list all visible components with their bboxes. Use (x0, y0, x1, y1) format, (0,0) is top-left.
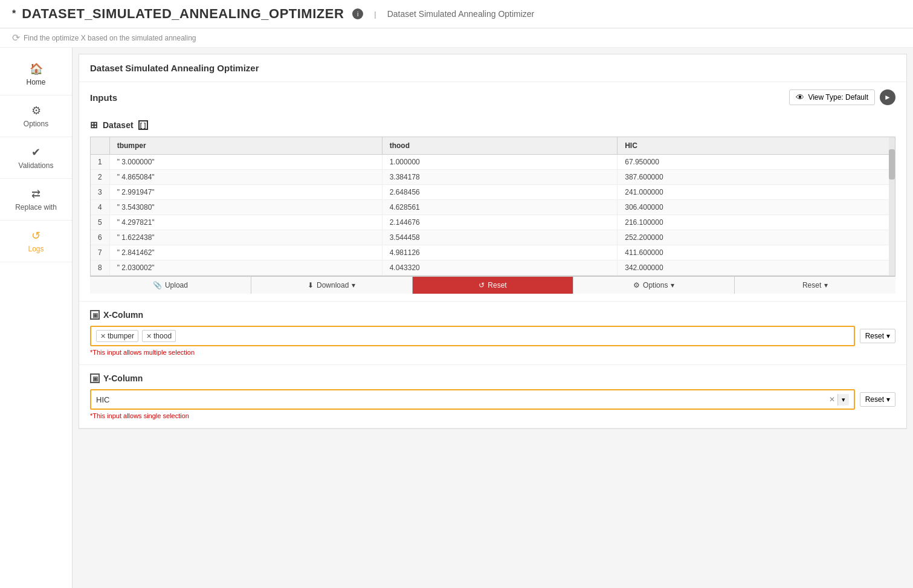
x-column-title: ▣ X-Column (90, 310, 895, 320)
reset2-label: Reset (802, 281, 821, 289)
cell-tbumper: " 1.622438" (109, 230, 382, 245)
table-row: 7 " 2.841462" 4.981126 411.600000 (91, 245, 895, 260)
tag-thood-remove[interactable]: ✕ (146, 332, 152, 340)
replace-icon: ⇄ (31, 187, 40, 201)
cell-hic: 241.000000 (618, 185, 895, 200)
row-num: 4 (91, 200, 109, 215)
x-select-row: ✕ tbumper ✕ thood Reset ▾ (90, 326, 895, 346)
tag-tbumper-label: tbumper (108, 332, 134, 340)
download-chevron: ▾ (352, 281, 355, 289)
y-reset-label: Reset (865, 395, 884, 404)
header-description: ⟳ Find the optimize X based on the simul… (0, 28, 913, 48)
header-star: * (12, 8, 16, 19)
reset-red-button[interactable]: ↺ Reset (413, 277, 574, 294)
view-type-label: View Type: Default (808, 93, 868, 102)
table-row: 4 " 3.543080" 4.628561 306.400000 (91, 200, 895, 215)
x-column-section: ▣ X-Column ✕ tbumper ✕ thood (79, 302, 906, 365)
x-reset-button[interactable]: Reset ▾ (860, 329, 895, 343)
cell-thood: 4.043320 (382, 260, 618, 276)
y-reset-chevron: ▾ (886, 395, 890, 404)
th-thood: thood (382, 137, 618, 155)
cell-thood: 4.628561 (382, 200, 618, 215)
header-separator: | (374, 10, 376, 19)
header-subtitle: Dataset Simulated Annealing Optimizer (387, 9, 535, 19)
sidebar-item-options[interactable]: ⚙ Options (0, 95, 72, 137)
page-title: DATASET_SIMULATED_ANNEALING_OPTIMIZER (22, 6, 344, 22)
cell-hic: 216.100000 (618, 215, 895, 230)
y-value: HIC (96, 395, 829, 404)
x-reset-label: Reset (865, 332, 884, 340)
y-reset-button[interactable]: Reset ▾ (860, 392, 895, 407)
cell-hic: 342.000000 (618, 260, 895, 276)
th-hic: HIC (618, 137, 895, 155)
expand-icon[interactable]: [ ] (138, 120, 148, 130)
cell-hic: 306.400000 (618, 200, 895, 215)
cell-tbumper: " 4.297821" (109, 215, 382, 230)
row-num: 7 (91, 245, 109, 260)
cell-hic: 411.600000 (618, 245, 895, 260)
y-clear-button[interactable]: ✕ (829, 395, 835, 404)
sidebar-label-validations: Validations (19, 161, 54, 170)
upload-button[interactable]: 📎 Upload (90, 277, 251, 294)
sidebar-label-home: Home (26, 78, 45, 86)
options-chevron: ▾ (671, 281, 674, 289)
panel-title: Dataset Simulated Annealing Optimizer (90, 63, 259, 73)
info-icon[interactable]: i (352, 8, 363, 19)
sidebar: 🏠 Home ⚙ Options ✔ Validations ⇄ Replace… (0, 48, 73, 588)
th-tbumper: tbumper (109, 137, 382, 155)
play-button[interactable]: ► (880, 89, 895, 105)
y-collapse-icon[interactable]: ▣ (90, 373, 100, 383)
cell-tbumper: " 2.991947" (109, 185, 382, 200)
x-reset-chevron: ▾ (886, 332, 890, 340)
dataset-section: ⊞ Dataset [ ] tbumper thood HIC (79, 112, 906, 302)
y-column-title: ▣ Y-Column (90, 373, 895, 383)
y-dropdown-button[interactable]: ▾ (837, 394, 849, 405)
reset2-button[interactable]: Reset ▾ (735, 277, 895, 294)
tag-tbumper: ✕ tbumper (96, 330, 138, 342)
view-type-button[interactable]: 👁 View Type: Default (789, 89, 875, 105)
table-row: 6 " 1.622438" 3.544458 252.200000 (91, 230, 895, 245)
y-input-box[interactable]: HIC ✕ ▾ (90, 389, 855, 410)
main-panel: Dataset Simulated Annealing Optimizer In… (79, 54, 907, 429)
download-button[interactable]: ⬇ Download ▾ (251, 277, 413, 294)
x-multi-select[interactable]: ✕ tbumper ✕ thood (90, 326, 855, 346)
sidebar-item-logs[interactable]: ↺ Logs (0, 221, 72, 262)
upload-label: Upload (165, 281, 188, 289)
inputs-label: Inputs (90, 92, 117, 103)
x-collapse-icon[interactable]: ▣ (90, 310, 100, 320)
table-row: 1 " 3.000000" 1.000000 67.950000 (91, 155, 895, 170)
sidebar-item-validations[interactable]: ✔ Validations (0, 137, 72, 179)
logs-icon: ↺ (31, 229, 40, 242)
panel-header: Dataset Simulated Annealing Optimizer (79, 54, 906, 82)
options-icon: ⚙ (31, 104, 41, 117)
row-num: 2 (91, 170, 109, 185)
eye-icon: 👁 (796, 92, 804, 102)
validations-icon: ✔ (31, 146, 40, 159)
page-header: * DATASET_SIMULATED_ANNEALING_OPTIMIZER … (0, 0, 913, 28)
inputs-header: Inputs 👁 View Type: Default ► (79, 82, 906, 112)
tag-tbumper-remove[interactable]: ✕ (100, 332, 106, 340)
cell-thood: 4.981126 (382, 245, 618, 260)
y-column-section: ▣ Y-Column HIC ✕ ▾ Reset ▾ *This input a… (79, 365, 906, 428)
dataset-label: Dataset (103, 120, 134, 130)
tag-thood-label: thood (153, 332, 172, 340)
dataset-table: tbumper thood HIC 1 " 3.000000" 1.000000… (91, 137, 895, 276)
home-icon: 🏠 (30, 62, 43, 76)
row-num: 1 (91, 155, 109, 170)
cell-tbumper: " 3.543080" (109, 200, 382, 215)
sidebar-label-replace: Replace with (15, 203, 57, 212)
reset-icon: ↺ (479, 281, 485, 289)
sidebar-item-replace-with[interactable]: ⇄ Replace with (0, 179, 72, 221)
table-row: 3 " 2.991947" 2.648456 241.000000 (91, 185, 895, 200)
tag-thood: ✕ thood (142, 330, 176, 342)
cell-hic: 252.200000 (618, 230, 895, 245)
sidebar-item-home[interactable]: 🏠 Home (0, 54, 72, 95)
table-row: 8 " 2.030002" 4.043320 342.000000 (91, 260, 895, 276)
dataset-table-wrapper: tbumper thood HIC 1 " 3.000000" 1.000000… (90, 137, 895, 276)
cell-tbumper: " 2.030002" (109, 260, 382, 276)
dataset-grid-icon: ⊞ (90, 120, 98, 131)
row-num: 3 (91, 185, 109, 200)
sidebar-label-logs: Logs (28, 245, 44, 253)
options-button[interactable]: ⚙ Options ▾ (573, 277, 735, 294)
download-label: Download (317, 281, 349, 289)
